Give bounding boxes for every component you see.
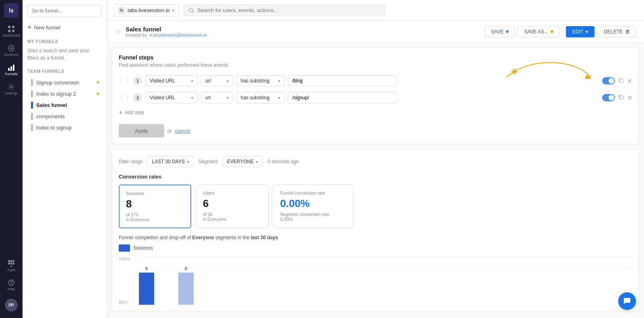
completion-segment-text: Everyone	[192, 235, 214, 240]
step-arrow-decoration	[502, 74, 599, 88]
new-funnel-button[interactable]: + New funnel	[27, 22, 102, 33]
svg-rect-31	[620, 96, 623, 99]
svg-rect-14	[10, 263, 12, 265]
funnel-subtitle: Created by k.drazkiewicz@livesession.io	[126, 33, 480, 37]
team-funnel-item-4[interactable]: ▐ components	[27, 111, 102, 122]
step-copy-button-2[interactable]	[618, 94, 624, 101]
user-initials: PP	[8, 303, 14, 308]
drag-handle-1[interactable]: ⋮⋮	[119, 78, 130, 84]
step-toggle-1[interactable]	[602, 77, 615, 84]
users-metric-card[interactable]: Users 6 of 26 in Everyone	[196, 185, 268, 228]
step-toggle-2[interactable]	[602, 94, 615, 101]
funnel-title-block: Sales funnel Created by k.drazkiewicz@li…	[126, 26, 480, 37]
help-icon	[8, 279, 15, 286]
search-input[interactable]	[197, 7, 380, 13]
sessions-metric-card[interactable]: Sessions 8 of 172 in Everyone	[119, 185, 191, 228]
team-funnel-item-1[interactable]: ▐ Signup conversion ★	[27, 77, 102, 88]
svg-rect-13	[8, 263, 10, 265]
dashboard-nav-label: Dashboard	[2, 33, 20, 37]
svg-rect-30	[620, 79, 623, 82]
step-condition-label-2: has substring	[241, 95, 269, 101]
filters-row: Date range LAST 30 DAYS ▾ Segment EVERYO…	[119, 156, 632, 167]
global-search[interactable]	[184, 4, 385, 16]
chat-support-button[interactable]	[618, 292, 636, 310]
step-delete-button-2[interactable]: ✕	[627, 94, 632, 102]
sessions-card-sub2: in Everyone	[126, 217, 184, 222]
step-value-input-2[interactable]	[288, 92, 396, 103]
step-attr-chevron-1: ▾	[227, 79, 229, 83]
add-step-button[interactable]: + Add step	[119, 107, 632, 118]
my-funnels-section-title: MY FUNNELS	[27, 39, 102, 44]
funnel-bar-icon-4: ▐	[29, 113, 33, 119]
team-funnel-name-1: Signup conversion	[36, 80, 79, 86]
svg-rect-0	[8, 26, 10, 28]
conversion-rate-card-sub2: 0.00%	[280, 217, 347, 222]
svg-rect-22	[626, 31, 629, 33]
apply-button[interactable]: Apply	[119, 124, 164, 137]
sidebar-item-sessions[interactable]: Sessions	[2, 42, 20, 59]
step-type-dropdown-2[interactable]: Visited URL ▾	[145, 92, 198, 103]
team-funnel-item-2[interactable]: ▐ Index to signup 2 ★	[27, 88, 102, 99]
sidebar-item-apps[interactable]: Apps	[2, 257, 20, 275]
step-type-chevron-2: ▾	[191, 96, 193, 100]
delete-button[interactable]: DELETE	[598, 26, 636, 37]
funnel-author-link[interactable]: k.drazkiewicz@livesession.io	[150, 33, 207, 37]
save-button[interactable]: SAVE	[485, 26, 515, 37]
funnel-search-input[interactable]	[27, 5, 102, 17]
conversion-rate-metric-card[interactable]: Funnel conversion rate 0.00% Segment con…	[273, 185, 354, 228]
cancel-link[interactable]: cancel	[175, 128, 190, 134]
chat-icon	[623, 297, 631, 305]
step-copy-button-1[interactable]	[618, 78, 624, 84]
date-range-dropdown[interactable]: LAST 30 DAYS ▾	[147, 156, 194, 167]
sidebar-item-dashboard[interactable]: Dashboard	[2, 23, 20, 40]
sessions-legend-color	[119, 244, 130, 252]
svg-rect-7	[10, 66, 12, 71]
delete-icon	[625, 29, 630, 34]
conversion-rates-title: Conversion rates	[119, 174, 632, 180]
step-attr-dropdown-1[interactable]: url ▾	[201, 75, 233, 86]
funnel-created-by-text: Created by	[126, 33, 147, 37]
step-attr-dropdown-2[interactable]: url ▾	[201, 92, 233, 103]
team-funnel-item-3[interactable]: ▐ Sales funnel	[27, 99, 102, 111]
edit-button[interactable]: EDIT ▾	[566, 26, 594, 37]
main-content: ls labs.livesession.io ▾ ☆ Sales funnel …	[107, 0, 644, 318]
timestamp-label: 0 seconds ago	[267, 159, 299, 164]
save-label: SAVE	[491, 29, 504, 35]
step-condition-dropdown-1[interactable]: has substring ▾	[236, 75, 285, 86]
step-condition-dropdown-2[interactable]: has substring ▾	[236, 92, 285, 103]
sidebar: + New funnel MY FUNNELS Start a search a…	[23, 0, 107, 318]
step-type-label-1: Visited URL	[150, 78, 175, 84]
user-avatar[interactable]: PP	[5, 299, 18, 312]
step-condition-chevron-1: ▾	[278, 79, 280, 83]
workspace-selector[interactable]: ls labs.livesession.io ▾	[114, 4, 179, 16]
sidebar-item-help[interactable]: Help	[2, 276, 20, 294]
funnel-bar-icon-1: ▐	[29, 79, 33, 86]
save-as-button[interactable]: SAVE AS...	[518, 26, 559, 37]
my-funnels-empty-text: Start a search and save your filters as …	[27, 47, 102, 62]
svg-line-21	[192, 11, 194, 12]
y-label-80: 80%	[119, 300, 130, 305]
drag-handle-2[interactable]: ⋮⋮	[119, 94, 130, 101]
step-delete-button-1[interactable]: ✕	[627, 77, 632, 85]
segment-dropdown[interactable]: EVERYONE ▾	[223, 156, 262, 167]
apply-row: Apply or cancel	[119, 124, 632, 137]
funnel-favorite-button[interactable]: ☆	[115, 28, 121, 35]
step-condition-chevron-2: ▾	[278, 96, 280, 100]
step-value-input-1[interactable]	[288, 75, 396, 86]
step-type-dropdown-1[interactable]: Visited URL ▾	[145, 75, 198, 86]
svg-rect-3	[12, 30, 14, 32]
help-nav-label: Help	[8, 287, 15, 291]
svg-rect-10	[8, 260, 10, 262]
content-area: ☆ Sales funnel Created by k.drazkiewicz@…	[107, 21, 644, 318]
chart-y-axis: 100% 80%	[119, 256, 130, 305]
segment-chevron-icon: ▾	[256, 160, 258, 164]
sidebar-item-settings[interactable]: Settings	[2, 80, 20, 98]
save-indicator	[506, 30, 509, 33]
analytics-section: Date range LAST 30 DAYS ▾ Segment EVERYO…	[112, 149, 639, 312]
apps-icon	[8, 260, 15, 267]
team-funnel-item-5[interactable]: ▐ Index to signup	[27, 122, 102, 133]
topbar: ls labs.livesession.io ▾	[107, 0, 644, 21]
sessions-legend-label: Sessions	[133, 245, 153, 251]
gear-icon	[8, 83, 15, 90]
sidebar-item-funnels[interactable]: Funnels	[2, 61, 20, 79]
